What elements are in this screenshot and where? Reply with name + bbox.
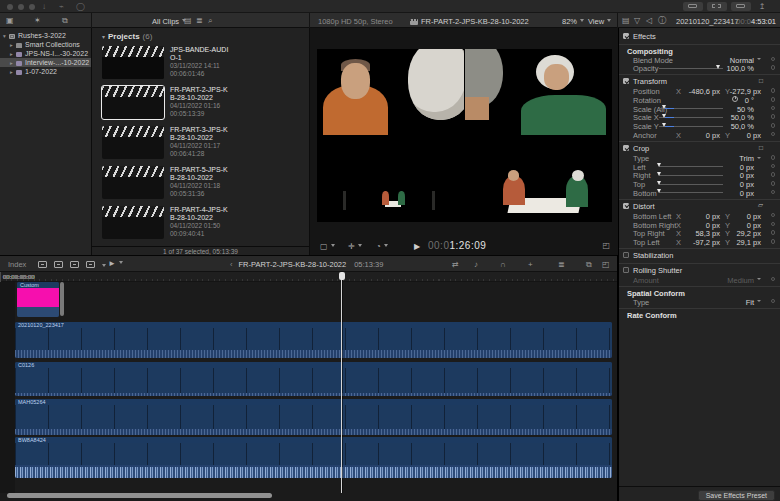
sidebar-item[interactable]: ▸JPS-NS-I...-30-2022 bbox=[0, 49, 91, 58]
slider-thumb[interactable] bbox=[662, 105, 666, 109]
slider-thumb[interactable] bbox=[657, 163, 661, 167]
inspector-row[interactable]: Effects bbox=[619, 31, 780, 41]
inspector-row[interactable]: Stabilization bbox=[619, 250, 780, 260]
effect-checkbox[interactable] bbox=[623, 78, 629, 84]
keyframe-button[interactable] bbox=[771, 88, 776, 93]
save-effects-preset-button[interactable]: Save Effects Preset bbox=[698, 490, 775, 501]
keyframe-button[interactable] bbox=[771, 213, 776, 218]
section-action-icon[interactable]: □ bbox=[759, 77, 763, 84]
keyframe-button[interactable] bbox=[771, 65, 776, 70]
section-action-icon[interactable]: ▱ bbox=[758, 201, 763, 209]
index-button[interactable]: Index bbox=[8, 260, 26, 269]
timeline-clip-mah05264[interactable]: MAH05264 bbox=[15, 399, 612, 435]
keyframe-button[interactable] bbox=[771, 172, 776, 177]
viewer-canvas[interactable] bbox=[317, 49, 612, 222]
slider-thumb[interactable] bbox=[662, 123, 666, 127]
keyframe-button[interactable] bbox=[771, 106, 776, 111]
timeline-toggle-button[interactable] bbox=[707, 2, 727, 11]
inspector-row[interactable]: Opacity 100,0 % bbox=[619, 63, 780, 72]
keyframe-button[interactable] bbox=[771, 222, 776, 227]
inspector-row[interactable] bbox=[619, 283, 780, 287]
inspector-row[interactable]: Crop □ bbox=[619, 143, 780, 153]
inspector-row[interactable]: Type Trim bbox=[619, 153, 780, 162]
crop-tool-dropdown[interactable]: ▢ bbox=[320, 241, 335, 252]
retime-dropdown[interactable]: ◔ bbox=[376, 241, 388, 252]
effect-checkbox[interactable] bbox=[623, 267, 629, 273]
sidebar-item[interactable]: ▸Smart Collections bbox=[0, 40, 91, 49]
search-icon[interactable]: ⌕ bbox=[208, 15, 212, 26]
skimming-icon[interactable]: ⇄ bbox=[452, 259, 459, 270]
inspector-row[interactable]: Top Left X -97,2 px Y 29,1 px bbox=[619, 237, 780, 246]
inspector-row[interactable] bbox=[619, 246, 780, 250]
inspector-row[interactable]: Top 0 px bbox=[619, 179, 780, 188]
inspector-row[interactable]: Blend Mode Normal bbox=[619, 55, 780, 64]
transform-tool-dropdown[interactable]: ✛ bbox=[348, 241, 362, 252]
parameter-slider[interactable] bbox=[659, 175, 723, 176]
inspector-row[interactable]: Bottom 0 px bbox=[619, 188, 780, 197]
timeline-clip-20210120-223417[interactable]: 20210120_223417 bbox=[15, 322, 612, 358]
project-list-item[interactable]: FR-PART-2-JPS-KB-28-10-2022 04/11/2022 0… bbox=[92, 84, 310, 124]
playhead-handle[interactable] bbox=[339, 272, 345, 280]
keyframe-button[interactable] bbox=[771, 190, 776, 195]
chevron-down-icon[interactable] bbox=[102, 264, 106, 267]
appearance-icon[interactable]: ≣ bbox=[558, 259, 565, 270]
keyframe-button[interactable] bbox=[771, 123, 776, 128]
project-list-item[interactable]: JPS-BANDE-AUDIO-1 03/11/2022 14:11 00:06… bbox=[92, 44, 310, 84]
filmstrip-view-icon[interactable]: ▤ bbox=[184, 15, 192, 26]
keyframe-button[interactable] bbox=[771, 97, 776, 102]
inspector-row[interactable]: Right 0 px bbox=[619, 170, 780, 179]
browser-toggle-button[interactable] bbox=[683, 2, 703, 11]
clip-filter-dropdown[interactable]: All Clips bbox=[152, 17, 186, 26]
audio-inspector-tab-icon[interactable]: ◁ bbox=[646, 15, 652, 26]
project-list-item[interactable]: FR-PART-3-JPS-KB-28-10-2022 04/11/2022 0… bbox=[92, 124, 310, 164]
timer-icon[interactable]: ◯ bbox=[76, 1, 85, 12]
project-list-item[interactable]: FR-PART-5-JPS-KB-28-10-2022 04/11/2022 0… bbox=[92, 164, 310, 204]
inspector-row[interactable] bbox=[619, 139, 780, 143]
timeline-clip-bw8a8424[interactable]: BW8A8424 bbox=[15, 437, 612, 478]
keyframe-button[interactable] bbox=[771, 132, 776, 137]
slider-thumb[interactable] bbox=[657, 189, 661, 193]
effect-checkbox[interactable] bbox=[623, 252, 629, 258]
parameter-slider[interactable] bbox=[659, 68, 723, 69]
keyframe-button[interactable] bbox=[771, 114, 776, 119]
project-list-item[interactable]: FR-PART-4-JPS-KB-28-10-2022 04/11/2022 0… bbox=[92, 204, 310, 244]
inspector-row[interactable]: Rate Conform bbox=[619, 310, 780, 319]
rotation-dial[interactable] bbox=[732, 96, 738, 102]
timeline-clip-c0126[interactable]: C0126 bbox=[15, 362, 612, 396]
inspector-row[interactable]: Left 0 px bbox=[619, 162, 780, 171]
zoom-level-dropdown[interactable]: 82% bbox=[562, 17, 584, 26]
parameter-slider[interactable] bbox=[659, 126, 723, 127]
photos-audio-tab-icon[interactable]: ✶ bbox=[34, 15, 41, 26]
slider-thumb[interactable] bbox=[657, 172, 661, 176]
projects-group-header[interactable]: ▾Projects(6) bbox=[92, 32, 309, 41]
list-view-icon[interactable]: ≣ bbox=[196, 15, 203, 26]
inspector-toggle-button[interactable] bbox=[731, 2, 751, 11]
inspector-row[interactable]: Distort ▱ bbox=[619, 201, 780, 211]
share-button[interactable]: ↥ bbox=[757, 2, 767, 12]
effect-checkbox[interactable] bbox=[623, 33, 629, 39]
timeline-ruler[interactable]: 00:00:00:00 00:00:15:00 00:00:30:00 00:0… bbox=[0, 272, 617, 282]
titles-generators-tab-icon[interactable]: ⧉ bbox=[62, 15, 68, 26]
connect-edit-button[interactable] bbox=[38, 261, 47, 268]
fullscreen-icon[interactable]: ◰ bbox=[602, 241, 610, 250]
inspector-row[interactable]: Rolling Shutter bbox=[619, 265, 780, 275]
timeline-history-back[interactable]: ‹ bbox=[230, 260, 233, 269]
inspector-row[interactable] bbox=[619, 41, 780, 45]
section-action-icon[interactable]: □ bbox=[759, 144, 763, 151]
inspector-row[interactable]: Type Fit bbox=[619, 297, 780, 306]
parameter-slider[interactable] bbox=[659, 117, 723, 118]
insert-edit-button[interactable] bbox=[54, 261, 63, 268]
inspector-row[interactable]: Rotation 0 ° bbox=[619, 95, 780, 104]
inspector-row[interactable]: Amount Medium bbox=[619, 275, 780, 284]
solo-icon[interactable]: ∩ bbox=[500, 259, 506, 270]
slider-thumb[interactable] bbox=[662, 114, 666, 118]
inspector-row[interactable] bbox=[619, 196, 780, 200]
libraries-tab-icon[interactable]: ▣ bbox=[6, 15, 14, 26]
keyframe-button[interactable] bbox=[771, 57, 776, 62]
snapping-icon[interactable]: + bbox=[528, 259, 533, 270]
inspector-row[interactable]: Transform □ bbox=[619, 76, 780, 86]
inspector-row[interactable]: Bottom Right X 0 px Y 0 px bbox=[619, 220, 780, 229]
tools-dropdown[interactable]: ► bbox=[108, 259, 123, 268]
sidebar-item[interactable]: ▾Rushes-3-2022 bbox=[0, 31, 91, 40]
parameter-slider[interactable] bbox=[659, 108, 723, 109]
